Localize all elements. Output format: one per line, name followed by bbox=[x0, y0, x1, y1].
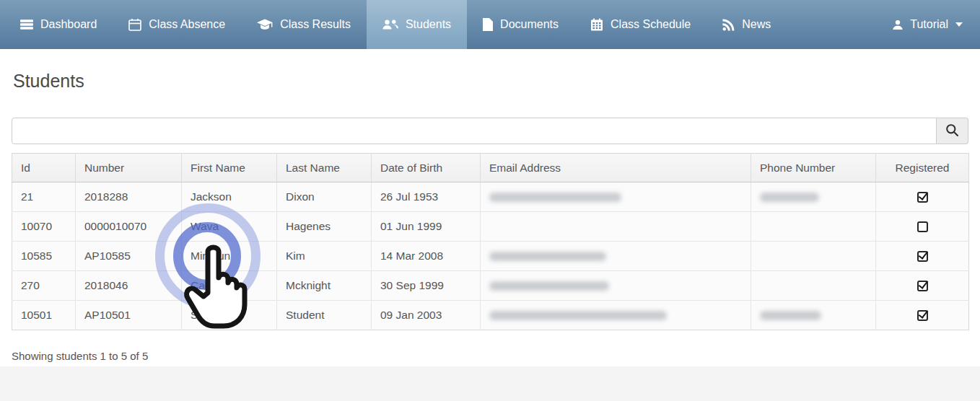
nav-item-class-results[interactable]: Class Results bbox=[241, 0, 367, 49]
redacted-email-text bbox=[489, 252, 606, 261]
registered-checkbox[interactable] bbox=[917, 281, 928, 291]
nav-item-class-absence[interactable]: Class Absence bbox=[113, 0, 241, 49]
students-table: Id Number First Name Last Name Date of B… bbox=[12, 153, 969, 330]
nav-item-label: Documents bbox=[500, 18, 559, 31]
student-row[interactable]: 10070 0000010070 Wava Hagenes 01 Jun 199… bbox=[12, 212, 969, 242]
search-button[interactable] bbox=[937, 118, 968, 144]
cell-number: AP10585 bbox=[76, 242, 182, 271]
col-header-first-name: First Name bbox=[182, 154, 277, 182]
cell-id: 10501 bbox=[12, 301, 76, 330]
cell-id: 10070 bbox=[12, 212, 76, 242]
cell-email bbox=[481, 182, 751, 212]
registered-checkbox[interactable] bbox=[917, 251, 928, 262]
rss-icon bbox=[722, 19, 735, 31]
table-footer-summary: Showing students 1 to 5 of 5 bbox=[12, 350, 968, 362]
cell-first-name: Min-Jun bbox=[182, 242, 277, 271]
cell-first-name: Cad bbox=[182, 271, 277, 301]
cell-phone bbox=[751, 271, 876, 301]
redacted-email-text bbox=[489, 281, 609, 291]
cell-last-name: Mcknight bbox=[277, 271, 372, 301]
student-row[interactable]: 10501 AP10501 Sa Student 09 Jan 2003 bbox=[12, 301, 969, 330]
nav-item-documents[interactable]: Documents bbox=[467, 0, 574, 49]
cell-id: 270 bbox=[12, 271, 76, 301]
cell-phone bbox=[751, 242, 876, 271]
cell-dob: 14 Mar 2008 bbox=[372, 242, 481, 271]
cell-dob: 26 Jul 1953 bbox=[372, 182, 481, 212]
users-icon bbox=[382, 19, 398, 30]
cell-registered bbox=[876, 212, 969, 242]
cell-number: AP10501 bbox=[76, 301, 182, 330]
nav-item-class-schedule[interactable]: Class Schedule bbox=[574, 0, 706, 49]
student-row[interactable]: 270 2018046 Cad Mcknight 30 Sep 1999 bbox=[12, 271, 969, 301]
cell-dob: 30 Sep 1999 bbox=[372, 271, 481, 301]
cell-registered bbox=[876, 242, 969, 271]
main-content: Students Id Number First Name Last Name … bbox=[0, 49, 980, 366]
students-table-header: Id Number First Name Last Name Date of B… bbox=[12, 154, 969, 182]
user-menu-tutorial[interactable]: Tutorial bbox=[877, 0, 979, 49]
col-header-last-name: Last Name bbox=[277, 154, 372, 182]
registered-checkbox[interactable] bbox=[917, 310, 928, 321]
cell-dob: 01 Jun 1999 bbox=[372, 212, 481, 242]
students-table-body: 21 2018288 Jackson Dixon 26 Jul 1953 100… bbox=[12, 182, 969, 330]
cell-phone bbox=[751, 301, 876, 330]
cell-id: 10585 bbox=[12, 242, 76, 271]
file-icon bbox=[483, 18, 493, 31]
nav-item-label: Class Results bbox=[280, 18, 351, 31]
cell-first-name: Sa bbox=[182, 301, 277, 330]
redacted-email-text bbox=[489, 311, 667, 320]
nav-item-dashboard[interactable]: Dashboard bbox=[4, 0, 113, 49]
top-navbar: Dashboard Class Absence Class Results St… bbox=[0, 0, 980, 49]
col-header-id: Id bbox=[12, 154, 76, 182]
cell-number: 2018046 bbox=[76, 271, 182, 301]
col-header-email: Email Address bbox=[481, 154, 751, 182]
nav-item-label: Students bbox=[406, 18, 451, 31]
caret-down-icon bbox=[955, 22, 963, 27]
nav-item-students[interactable]: Students bbox=[367, 0, 467, 49]
search-icon bbox=[945, 123, 959, 139]
search-input[interactable] bbox=[12, 118, 937, 144]
user-icon bbox=[893, 19, 903, 30]
cell-last-name: Hagenes bbox=[277, 212, 372, 242]
calendar-outline-icon bbox=[128, 18, 141, 31]
list-icon bbox=[20, 18, 33, 31]
graduation-cap-icon bbox=[257, 19, 273, 31]
nav-item-label: News bbox=[742, 18, 771, 31]
col-header-number: Number bbox=[76, 154, 182, 182]
cell-registered bbox=[876, 271, 969, 301]
nav-item-label: Dashboard bbox=[40, 18, 97, 31]
cell-phone bbox=[751, 212, 876, 242]
cell-email bbox=[481, 212, 751, 242]
nav-item-news[interactable]: News bbox=[706, 0, 787, 49]
cell-registered bbox=[876, 182, 969, 212]
col-header-dob: Date of Birth bbox=[372, 154, 481, 182]
cell-number: 0000010070 bbox=[76, 212, 182, 242]
calendar-grid-icon bbox=[590, 18, 603, 31]
cell-first-name: Jackson bbox=[182, 182, 277, 212]
student-row[interactable]: 10585 AP10585 Min-Jun Kim 14 Mar 2008 bbox=[12, 242, 969, 271]
cell-last-name: Dixon bbox=[277, 182, 372, 212]
redacted-phone-text bbox=[760, 193, 819, 202]
cell-email bbox=[481, 301, 751, 330]
student-row[interactable]: 21 2018288 Jackson Dixon 26 Jul 1953 bbox=[12, 182, 969, 212]
redacted-email-text bbox=[489, 193, 621, 202]
nav-item-label: Class Schedule bbox=[611, 18, 691, 31]
cell-email bbox=[481, 271, 751, 301]
cell-email bbox=[481, 242, 751, 271]
col-header-registered: Registered bbox=[876, 154, 969, 182]
cell-id: 21 bbox=[12, 182, 76, 212]
cell-first-name: Wava bbox=[182, 212, 277, 242]
cell-number: 2018288 bbox=[76, 182, 182, 212]
redacted-phone-text bbox=[760, 311, 821, 320]
registered-checkbox[interactable] bbox=[917, 221, 928, 232]
cell-phone bbox=[751, 182, 876, 212]
cell-last-name: Kim bbox=[277, 242, 372, 271]
page-title: Students bbox=[12, 49, 968, 92]
cell-last-name: Student bbox=[277, 301, 372, 330]
user-menu-label: Tutorial bbox=[910, 18, 948, 31]
search-group bbox=[12, 118, 968, 144]
cell-registered bbox=[876, 301, 969, 330]
registered-checkbox[interactable] bbox=[917, 192, 928, 203]
cell-dob: 09 Jan 2003 bbox=[372, 301, 481, 330]
col-header-phone: Phone Number bbox=[751, 154, 876, 182]
nav-item-label: Class Absence bbox=[149, 18, 225, 31]
